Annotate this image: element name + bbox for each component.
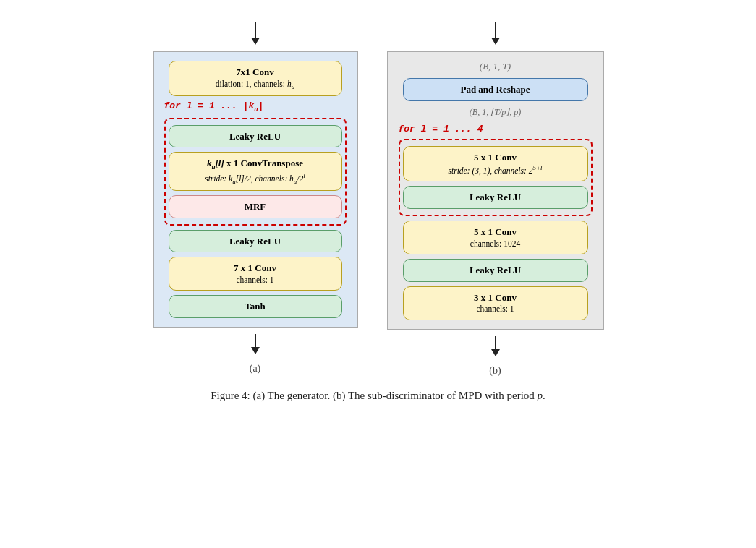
mrf-block: MRF	[169, 195, 342, 218]
loop-label-a: for l = 1 ... |ku|	[164, 100, 264, 114]
mid-label-b: (B, 1, ⌊T/p⌋, p)	[470, 107, 521, 118]
leaky-relu-loop-b: Leaky ReLU	[403, 186, 588, 209]
conv3x1-block: 3 x 1 Conv channels: 1	[403, 286, 588, 320]
conv5x1-1024-block: 5 x 1 Conv channels: 1024	[403, 221, 588, 254]
diagram-b: (B, 1, T) Pad and Reshape (B, 1, ⌊T/p⌋, …	[387, 51, 604, 330]
conv-bottom-a: 7 x 1 Conv channels: 1	[169, 257, 342, 291]
top-label-b: (B, 1, T)	[480, 61, 511, 72]
fig-label-b: (b)	[489, 365, 501, 377]
top-arrow-b	[491, 22, 500, 45]
fig-label-a: (a)	[250, 363, 261, 374]
leaky-relu-loop-a: Leaky ReLU	[169, 125, 342, 148]
convtranspose-block: ku[l] x 1 ConvTranspose stride: ku[l]/2,…	[169, 152, 342, 191]
convtranspose-title: ku[l] x 1 ConvTranspose	[178, 157, 333, 171]
loop-box-a: Leaky ReLU ku[l] x 1 ConvTranspose strid…	[164, 118, 347, 226]
diagram-a: 7x1 Conv dilation: 1, channels: hu for l…	[153, 51, 358, 328]
top-arrow-a	[251, 22, 260, 45]
loop-label-b: for l = 1 ... 4	[399, 124, 483, 134]
leaky-relu-bottom-b: Leaky ReLU	[403, 259, 588, 282]
conv-block-a: 7x1 Conv dilation: 1, channels: hu	[169, 61, 342, 96]
loop-box-b: 5 x 1 Conv stride: (3, 1), channels: 25+…	[399, 139, 593, 216]
tanh-block: Tanh	[169, 295, 342, 318]
figure-b-container: (B, 1, T) Pad and Reshape (B, 1, ⌊T/p⌋, …	[387, 22, 604, 377]
figure-caption: Figure 4: (a) The generator. (b) The sub…	[211, 390, 545, 402]
figures-row: 7x1 Conv dilation: 1, channels: hu for l…	[14, 22, 742, 377]
leaky-relu-bottom-a: Leaky ReLU	[169, 230, 342, 253]
bottom-arrow-b	[491, 336, 500, 356]
pad-reshape-text: Pad and Reshape	[460, 84, 530, 95]
bottom-arrow-a	[251, 334, 260, 354]
conv-title-a: 7x1 Conv	[178, 66, 333, 79]
conv5x1-loop-block: 5 x 1 Conv stride: (3, 1), channels: 25+…	[403, 146, 588, 182]
pad-reshape-block: Pad and Reshape	[403, 78, 588, 101]
convtranspose-details: stride: ku[l]/2, channels: hu/2l	[178, 171, 333, 186]
conv-details-a: dilation: 1, channels: hu	[178, 79, 333, 91]
figure-a-container: 7x1 Conv dilation: 1, channels: hu for l…	[153, 22, 358, 374]
